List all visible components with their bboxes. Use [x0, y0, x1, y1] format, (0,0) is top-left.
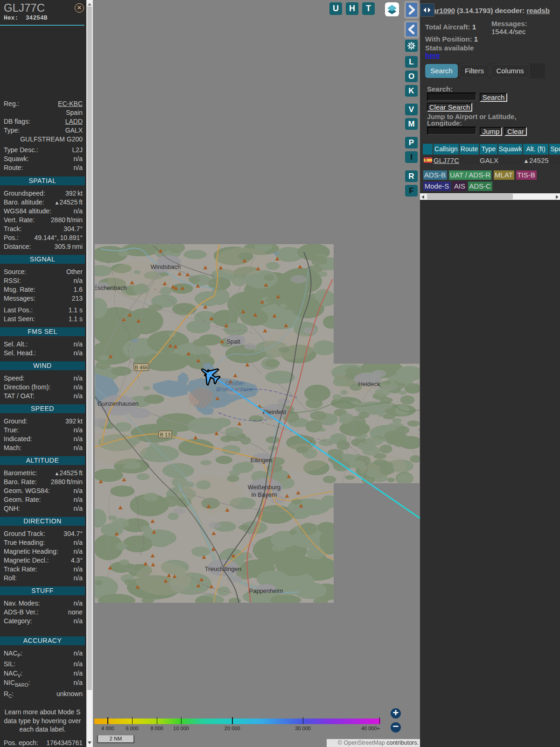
svg-text:Treuchtlingen: Treuchtlingen	[205, 565, 241, 572]
svg-text:Weißenburg: Weißenburg	[248, 484, 281, 491]
svg-text:in Bayern: in Bayern	[252, 491, 277, 498]
svg-text:Pappenheim: Pappenheim	[249, 587, 283, 594]
svg-text:B 13: B 13	[160, 432, 171, 437]
svg-text:Heideck: Heideck	[358, 381, 380, 388]
svg-text:Gunzenhausen: Gunzenhausen	[98, 400, 139, 407]
svg-text:Eschenbach: Eschenbach	[93, 284, 127, 291]
svg-text:B 466: B 466	[135, 365, 148, 370]
svg-text:Spalt: Spalt	[226, 338, 240, 345]
svg-text:Windsbach: Windsbach	[151, 263, 181, 270]
svg-text:Ellingen: Ellingen	[251, 457, 272, 464]
